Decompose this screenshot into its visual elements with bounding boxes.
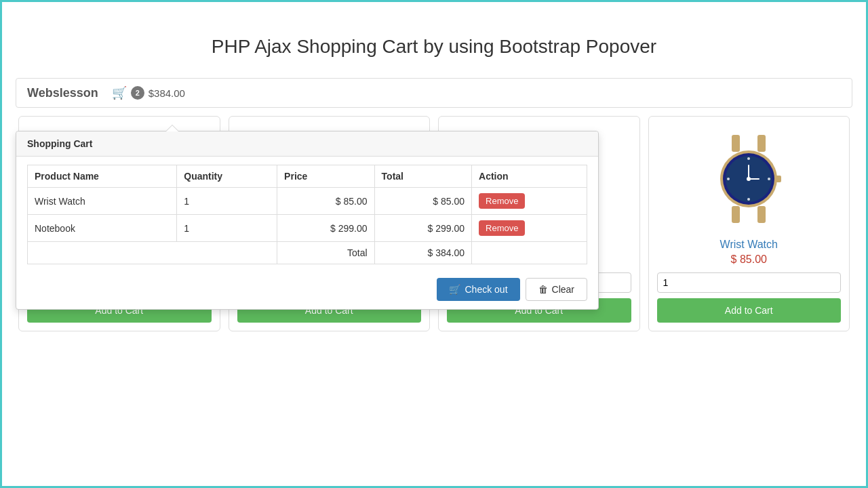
clear-label: Clear	[552, 284, 574, 295]
cart-table: Product Name Quantity Price Total Action…	[27, 165, 587, 264]
product-card: Wrist Watch $ 85.00 Add to Cart	[648, 116, 850, 331]
svg-rect-14	[757, 135, 766, 152]
popover-header: Shopping Cart	[16, 131, 598, 157]
row-qty: 1	[177, 215, 277, 242]
row-product-name: Notebook	[28, 215, 177, 242]
svg-point-20	[747, 157, 750, 160]
row-qty: 1	[177, 188, 277, 215]
checkout-label: Check out	[465, 284, 507, 295]
navbar: Webslesson 🛒 2 $384.00	[16, 78, 852, 108]
svg-point-26	[747, 177, 751, 181]
checkout-button[interactable]: 🛒 Check out	[437, 278, 519, 301]
remove-button[interactable]: Remove	[479, 193, 525, 209]
svg-rect-16	[757, 206, 766, 223]
clear-button[interactable]: 🗑 Clear	[526, 278, 587, 301]
row-total: $ 85.00	[374, 188, 471, 215]
col-price: Price	[277, 165, 374, 188]
table-row: Wrist Watch 1 $ 85.00 $ 85.00 Remove	[28, 188, 587, 215]
add-to-cart-button[interactable]: Add to Cart	[657, 298, 842, 323]
svg-point-21	[747, 198, 750, 201]
cart-icon: 🛒	[112, 85, 127, 100]
quantity-input[interactable]	[657, 272, 842, 293]
col-total: Total	[374, 165, 471, 188]
row-product-name: Wrist Watch	[28, 188, 177, 215]
row-action: Remove	[472, 215, 587, 242]
svg-rect-15	[732, 206, 740, 223]
trash-icon: 🗑	[538, 284, 548, 295]
cart-trigger[interactable]: 🛒 2 $384.00	[112, 85, 185, 100]
popover-arrow	[165, 125, 179, 131]
checkout-icon: 🛒	[449, 284, 460, 295]
remove-button[interactable]: Remove	[479, 220, 525, 236]
row-price: $ 85.00	[277, 188, 374, 215]
cart-count-badge: 2	[131, 86, 144, 100]
col-quantity: Quantity	[177, 165, 277, 188]
row-total: $ 299.00	[374, 215, 471, 242]
page-title: PHP Ajax Shopping Cart by using Bootstra…	[16, 36, 852, 58]
total-value: $ 384.00	[374, 242, 471, 264]
popover-body: Product Name Quantity Price Total Action…	[16, 157, 598, 272]
popover-footer: 🛒 Check out 🗑 Clear	[16, 272, 598, 309]
product-image	[657, 125, 842, 233]
product-price: $ 85.00	[657, 253, 842, 266]
total-label: Total	[277, 242, 374, 264]
col-action: Action	[472, 165, 587, 188]
svg-point-22	[727, 178, 730, 180]
svg-rect-27	[776, 176, 781, 182]
cart-total: $384.00	[149, 87, 185, 99]
svg-rect-13	[732, 135, 740, 152]
row-price: $ 299.00	[277, 215, 374, 242]
col-product-name: Product Name	[28, 165, 177, 188]
cart-popover: Shopping Cart Product Name Quantity Pric…	[16, 131, 599, 310]
table-row: Notebook 1 $ 299.00 $ 299.00 Remove	[28, 215, 587, 242]
brand-name: Webslesson	[27, 86, 98, 100]
svg-point-23	[768, 178, 770, 180]
product-name: Wrist Watch	[657, 239, 842, 251]
row-action: Remove	[472, 188, 587, 215]
